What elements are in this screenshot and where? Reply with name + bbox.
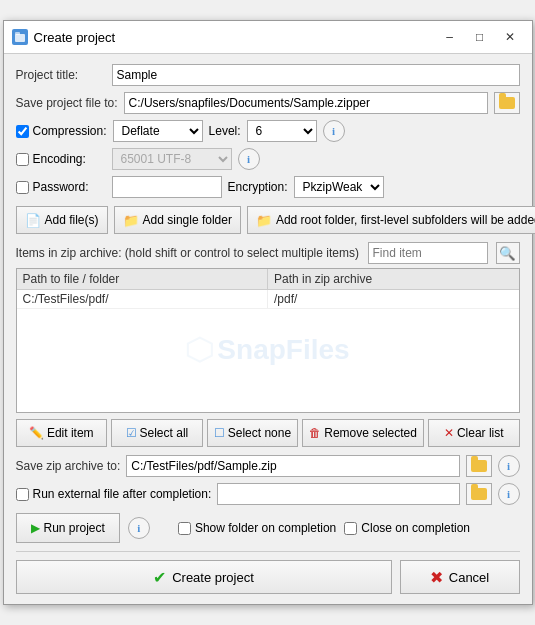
password-row: Password: Encryption: PkzipWeak AES-128 …	[16, 176, 520, 198]
file-list-header: Path to file / folder Path in zip archiv…	[17, 269, 519, 290]
save-project-row: Save project file to:	[16, 92, 520, 114]
save-zip-info-button[interactable]: i	[498, 455, 520, 477]
file-path-cell: C:/TestFiles/pdf/	[17, 290, 269, 308]
run-project-button[interactable]: ▶ Run project	[16, 513, 120, 543]
bottom-buttons-row: ✏️ Edit item ☑ Select all ☐ Select none …	[16, 419, 520, 447]
folder-icon	[499, 97, 515, 109]
edit-item-button[interactable]: ✏️ Edit item	[16, 419, 108, 447]
search-icon: 🔍	[499, 246, 516, 261]
col-path-header: Path to file / folder	[17, 269, 269, 289]
remove-selected-icon: 🗑	[309, 426, 321, 440]
main-window: Create project – □ ✕ Project title: Save…	[3, 20, 533, 605]
final-row: ✔ Create project ✖ Cancel	[16, 551, 520, 594]
encoding-select[interactable]: 65001 UTF-8	[112, 148, 232, 170]
show-folder-checkbox[interactable]	[178, 522, 191, 535]
encryption-select[interactable]: PkzipWeak AES-128 AES-256	[294, 176, 384, 198]
password-checkbox[interactable]	[16, 181, 29, 194]
app-icon	[12, 29, 28, 45]
add-single-folder-label: Add single folder	[143, 213, 232, 227]
create-project-label: Create project	[172, 570, 254, 585]
encryption-label: Encryption:	[228, 180, 288, 194]
encoding-checkbox-wrap: Encoding:	[16, 152, 106, 166]
save-project-input[interactable]	[124, 92, 488, 114]
minimize-button[interactable]: –	[436, 27, 464, 47]
file-list-body: C:/TestFiles/pdf/ /pdf/ SnapFiles	[17, 290, 519, 390]
save-zip-input[interactable]	[126, 455, 459, 477]
encoding-checkbox[interactable]	[16, 153, 29, 166]
run-project-icon: ▶	[31, 521, 40, 535]
external-file-info-button[interactable]: i	[498, 483, 520, 505]
external-file-folder-icon	[471, 488, 487, 500]
file-list-container: Path to file / folder Path in zip archiv…	[16, 268, 520, 413]
compression-checkbox-wrap: Compression:	[16, 124, 107, 138]
save-zip-row: Save zip archive to: i	[16, 455, 520, 477]
compression-row: Compression: Deflate Store BZIP2 LZMA Le…	[16, 120, 520, 142]
encoding-row: Encoding: 65001 UTF-8 i	[16, 148, 520, 170]
add-files-label: Add file(s)	[45, 213, 99, 227]
save-zip-browse-button[interactable]	[466, 455, 492, 477]
edit-item-label: Edit item	[47, 426, 94, 440]
compression-checkbox[interactable]	[16, 125, 29, 138]
add-root-folder-icon: 📁	[256, 213, 272, 228]
select-all-button[interactable]: ☑ Select all	[111, 419, 203, 447]
external-file-browse-button[interactable]	[466, 483, 492, 505]
svg-rect-1	[15, 32, 20, 35]
titlebar-left: Create project	[12, 29, 116, 45]
create-project-button[interactable]: ✔ Create project	[16, 560, 392, 594]
search-button[interactable]: 🔍	[496, 242, 520, 264]
project-title-row: Project title:	[16, 64, 520, 86]
titlebar: Create project – □ ✕	[4, 21, 532, 54]
add-files-button[interactable]: 📄 Add file(s)	[16, 206, 108, 234]
select-none-button[interactable]: ☐ Select none	[207, 419, 299, 447]
run-row: ▶ Run project i Show folder on completio…	[16, 513, 520, 543]
find-input[interactable]	[368, 242, 488, 264]
add-single-folder-icon: 📁	[123, 213, 139, 228]
compression-select[interactable]: Deflate Store BZIP2 LZMA	[113, 120, 203, 142]
external-file-label: Run external file after completion:	[33, 487, 212, 501]
svg-marker-2	[187, 338, 211, 362]
select-none-label: Select none	[228, 426, 291, 440]
save-zip-folder-icon	[471, 460, 487, 472]
archive-info-row: Items in zip archive: (hold shift or con…	[16, 242, 520, 264]
select-all-label: Select all	[140, 426, 189, 440]
external-file-checkbox[interactable]	[16, 488, 29, 501]
add-single-folder-button[interactable]: 📁 Add single folder	[114, 206, 241, 234]
select-none-icon: ☐	[214, 426, 225, 440]
compression-label: Compression:	[33, 124, 107, 138]
edit-item-icon: ✏️	[29, 426, 44, 440]
cancel-button[interactable]: ✖ Cancel	[400, 560, 520, 594]
remove-selected-button[interactable]: 🗑 Remove selected	[302, 419, 424, 447]
project-title-label: Project title:	[16, 68, 106, 82]
maximize-button[interactable]: □	[466, 27, 494, 47]
run-project-label: Run project	[44, 521, 105, 535]
add-root-folder-label: Add root folder, first-level subfolders …	[276, 213, 535, 227]
encoding-label: Encoding:	[33, 152, 86, 166]
password-label: Password:	[33, 180, 89, 194]
save-zip-label: Save zip archive to:	[16, 459, 121, 473]
window-controls: – □ ✕	[436, 27, 524, 47]
add-root-folder-button[interactable]: 📁 Add root folder, first-level subfolder…	[247, 206, 535, 234]
project-title-input[interactable]	[112, 64, 520, 86]
table-row[interactable]: C:/TestFiles/pdf/ /pdf/	[17, 290, 519, 309]
select-all-icon: ☑	[126, 426, 137, 440]
clear-list-button[interactable]: ✕ Clear list	[428, 419, 520, 447]
save-project-label: Save project file to:	[16, 96, 118, 110]
show-folder-option: Show folder on completion	[178, 521, 336, 535]
save-project-browse-button[interactable]	[494, 92, 520, 114]
external-file-row: Run external file after completion: i	[16, 483, 520, 505]
external-file-input[interactable]	[217, 483, 459, 505]
run-info-button[interactable]: i	[128, 517, 150, 539]
clear-list-icon: ✕	[444, 426, 454, 440]
window-content: Project title: Save project file to: Com…	[4, 54, 532, 604]
clear-list-label: Clear list	[457, 426, 504, 440]
close-button[interactable]: ✕	[496, 27, 524, 47]
compression-info-button[interactable]: i	[323, 120, 345, 142]
zip-path-cell: /pdf/	[268, 290, 519, 308]
encoding-info-button[interactable]: i	[238, 148, 260, 170]
password-input[interactable]	[112, 176, 222, 198]
svg-rect-0	[15, 34, 25, 42]
remove-selected-label: Remove selected	[324, 426, 417, 440]
close-on-completion-checkbox[interactable]	[344, 522, 357, 535]
level-label: Level:	[209, 124, 241, 138]
level-select[interactable]: 6 12345 789	[247, 120, 317, 142]
